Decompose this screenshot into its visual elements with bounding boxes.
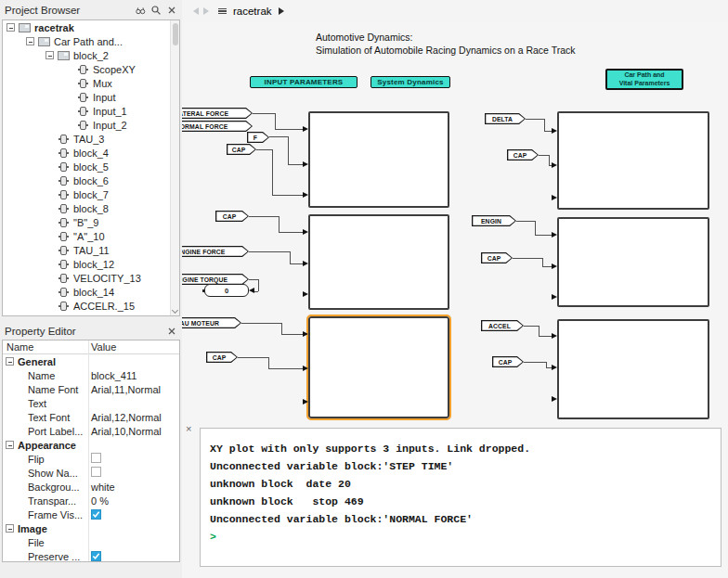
section-label-input-parameters[interactable]: INPUT PARAMETERS [250,76,358,88]
group-expander-icon[interactable] [6,357,14,366]
tag-label: DELTA [485,113,526,124]
tree-item-block-8[interactable]: block_8 [3,201,179,215]
wire-segment [549,155,550,165]
tree-item-tau-11[interactable]: TAU_11 [3,243,179,257]
checkbox-unchecked[interactable] [91,467,101,477]
tree-item-input[interactable]: Input [3,90,179,104]
variable-tag-cap_d[interactable]: CAP [507,149,539,161]
superblock[interactable] [308,111,449,208]
find-icon[interactable] [134,4,146,16]
constant-zero-block[interactable]: 0 [204,284,249,297]
tree-item--a-10[interactable]: "A"_10 [3,229,179,243]
tree-item-block-5[interactable]: block_5 [3,160,179,173]
property-value[interactable]: 0 % [88,495,109,507]
property-value[interactable]: Arial,11,Normal [88,384,161,395]
property-name: Frame Vis... [3,509,88,520]
tree-scrollbar-thumb[interactable] [173,23,178,45]
console-close-icon[interactable]: × [186,424,191,433]
diagram-title-line1: Automotive Dynamics: [316,32,576,45]
section-label-car-path[interactable]: Car Path and Vital Parameters [605,69,683,90]
wire-segment [288,164,303,165]
tree-item-velocity-13[interactable]: VELOCITY_13 [3,271,179,285]
diagram-canvas[interactable]: Automotive Dynamics: Simulation of Autom… [182,22,728,578]
console-panel[interactable]: XY plot with only supports 3 inputs. Lin… [200,428,722,567]
property-value[interactable] [88,467,101,479]
tree-item-block-4[interactable]: block_4 [3,146,179,160]
tree-item-block-14[interactable]: block_14 [3,285,179,299]
tree-item-block-7[interactable]: block_7 [3,187,179,201]
project-browser-header: Project Browser [0,0,182,19]
tree-item-tau-3[interactable]: TAU_3 [3,132,179,146]
superblock[interactable] [557,319,709,419]
tree-scrollbar[interactable] [170,20,179,315]
section-label-text: INPUT PARAMETERS [265,78,344,86]
wire-segment [524,326,539,327]
tree-item-block-2[interactable]: block_2 [3,48,179,62]
variable-tag-engine_force[interactable]: ENGINE FORCE [182,246,249,257]
property-value[interactable] [88,551,101,562]
tree-item-block-12[interactable]: block_12 [3,257,179,271]
project-tree[interactable]: racetrakCar Path and...block_2ScopeXYMux… [2,19,180,316]
back-icon[interactable] [193,7,199,15]
property-value[interactable]: Arial,10,Normal [88,426,162,437]
tree-item-block-6[interactable]: block_6 [3,173,179,187]
variable-tag-accel[interactable]: ACCEL [481,320,524,331]
variable-tag-cap_a[interactable]: CAP [227,144,256,155]
variable-tag-tau_moteur[interactable]: TAU MOTEUR [182,317,241,328]
variable-tag-tf[interactable]: F [247,132,269,143]
search-icon[interactable] [150,4,162,16]
variable-tag-cap_e[interactable]: CAP [481,252,513,263]
group-expander-icon[interactable] [6,441,14,449]
tree-item--b-9[interactable]: "B"_9 [3,215,179,229]
tree-expander-icon[interactable] [46,51,54,59]
project-browser-title: Project Browser [5,5,80,16]
diagram-list-icon[interactable] [218,7,227,16]
variable-tag-lateral[interactable]: LATERAL FORCE [182,108,253,119]
tree-item-input-2[interactable]: Input_2 [3,118,179,132]
variable-tag-delta[interactable]: DELTA [485,113,526,124]
property-value[interactable]: Arial,12,Normal [88,412,162,423]
property-value[interactable] [88,453,101,465]
property-name: Appearance [3,440,88,451]
section-label-system-dynamics[interactable]: System Dynamics [370,76,450,88]
superblock[interactable] [557,217,709,307]
property-row-backgrou-: Backgrou...white [3,480,179,494]
superblock-selected[interactable] [308,316,449,418]
tree-item-accelr-15[interactable]: ACCELR._15 [3,299,179,313]
tree-item-car-path-and-[interactable]: Car Path and... [3,34,179,48]
checkbox-checked[interactable] [91,509,101,520]
diagram-title: Automotive Dynamics: Simulation of Autom… [316,32,576,57]
property-value[interactable]: white [88,482,115,493]
superblock[interactable] [308,214,449,310]
property-editor-close-icon[interactable] [165,325,177,337]
wire-segment [290,263,303,264]
superblock[interactable] [557,111,709,210]
forward-icon[interactable] [203,7,209,15]
checkbox-unchecked[interactable] [91,453,101,463]
tree-item-input-1[interactable]: Input_1 [3,104,179,118]
variable-tag-normal[interactable]: NORMAL FORCE [182,121,253,132]
breadcrumb[interactable]: racetrak [233,6,272,17]
variable-tag-cap_b[interactable]: CAP [215,211,249,222]
property-value[interactable] [88,509,101,520]
project-browser-close-icon[interactable] [165,4,177,16]
tree-item-mux[interactable]: Mux [3,76,179,90]
tree-expander-icon[interactable] [26,37,34,45]
variable-tag-cap_f[interactable]: CAP [492,356,524,367]
wire-segment [258,279,259,291]
group-expander-icon[interactable] [6,524,14,533]
variable-tag-cap_c[interactable]: CAP [206,352,238,363]
property-value[interactable]: block_411 [88,370,136,381]
wire-segment [542,266,552,267]
tree-item-racetrak[interactable]: racetrak [3,20,179,34]
tree-scroll-down-icon[interactable] [172,307,178,314]
column-divider[interactable] [88,340,89,561]
tree-expander-icon[interactable] [6,23,15,32]
tag-label: CAP [507,149,539,161]
wire-segment [254,291,258,292]
variable-tag-engin[interactable]: ENGIN [472,215,516,226]
breadcrumb-expand-icon[interactable] [279,7,284,15]
checkbox-checked[interactable] [91,551,101,561]
tree-item-scopexy[interactable]: ScopeXY [3,62,179,76]
property-editor-title: Property Editor [5,326,76,337]
